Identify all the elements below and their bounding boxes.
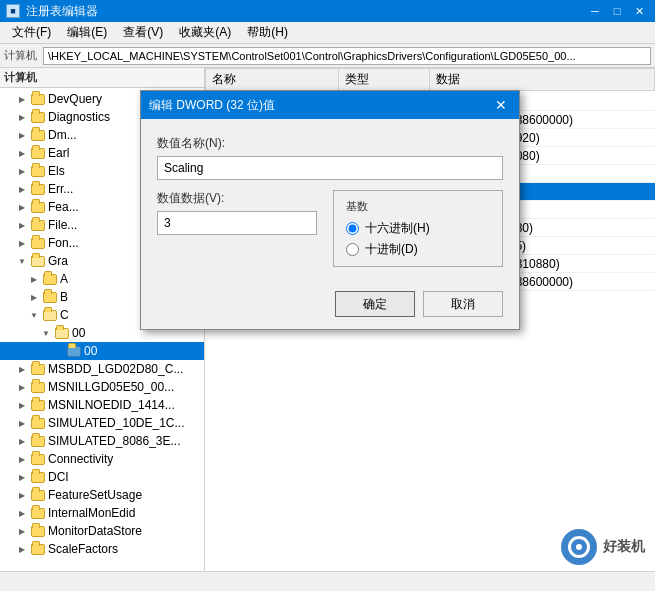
dword-dialog: 编辑 DWORD (32 位)值 ✕ 数值名称(N): 数值数据(V): 基数 <box>140 90 520 330</box>
data-input[interactable] <box>157 211 317 235</box>
dialog-title: 编辑 DWORD (32 位)值 <box>149 97 491 114</box>
name-label: 数值名称(N): <box>157 135 503 152</box>
name-group: 数值名称(N): <box>157 135 503 180</box>
radio-hex-label: 十六进制(H) <box>365 220 430 237</box>
dialog-title-bar: 编辑 DWORD (32 位)值 ✕ <box>141 91 519 119</box>
radio-group: 十六进制(H) 十进制(D) <box>346 220 490 258</box>
radio-dec-input[interactable] <box>346 243 359 256</box>
radio-hex-input[interactable] <box>346 222 359 235</box>
radio-dec[interactable]: 十进制(D) <box>346 241 490 258</box>
data-label: 数值数据(V): <box>157 190 317 207</box>
dialog-body: 数值名称(N): 数值数据(V): 基数 十六进制(H) <box>141 119 519 283</box>
dialog-footer: 确定 取消 <box>141 283 519 329</box>
base-title: 基数 <box>346 199 490 214</box>
data-row: 数值数据(V): 基数 十六进制(H) 十进制(D) <box>157 190 503 267</box>
dialog-overlay: 编辑 DWORD (32 位)值 ✕ 数值名称(N): 数值数据(V): 基数 <box>0 0 655 591</box>
dialog-close-button[interactable]: ✕ <box>491 95 511 115</box>
ok-button[interactable]: 确定 <box>335 291 415 317</box>
name-input[interactable] <box>157 156 503 180</box>
base-group: 基数 十六进制(H) 十进制(D) <box>333 190 503 267</box>
data-group: 数值数据(V): <box>157 190 317 235</box>
radio-hex[interactable]: 十六进制(H) <box>346 220 490 237</box>
cancel-button[interactable]: 取消 <box>423 291 503 317</box>
radio-dec-label: 十进制(D) <box>365 241 418 258</box>
